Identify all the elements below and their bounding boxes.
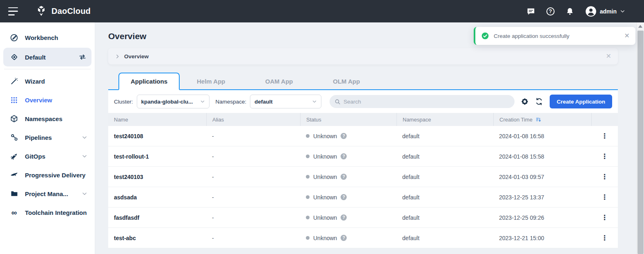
status-help-icon[interactable]: ? [341, 133, 347, 139]
column-header-name: Name [108, 113, 206, 126]
sidebar-item-overview[interactable]: Overview [0, 91, 95, 109]
bird-icon [10, 171, 18, 179]
help-icon[interactable]: ? [546, 7, 555, 16]
app-name[interactable]: test240108 [108, 133, 206, 139]
table-row[interactable]: test-abc - Unknown ? default 2023-12-21 … [108, 228, 618, 248]
applications-panel: Cluster: kpanda-global-clu... Namespace:… [108, 90, 618, 248]
menu-icon[interactable] [8, 7, 20, 15]
status-label: Unknown [313, 235, 337, 241]
chevron-right-icon [115, 54, 120, 59]
sidebar-divider [4, 69, 91, 69]
notifications-bell-icon[interactable] [566, 7, 575, 16]
status-help-icon[interactable]: ? [341, 194, 347, 200]
namespace-select[interactable]: default [250, 95, 321, 108]
toast-close-icon[interactable]: ✕ [624, 33, 630, 39]
sidebar-item-gitops[interactable]: GitOps [0, 147, 95, 166]
messages-icon[interactable] [526, 7, 535, 16]
refresh-icon[interactable] [535, 97, 543, 106]
status-help-icon[interactable]: ? [341, 235, 347, 241]
table-header: Name Alias Status Namespace Creation Tim… [108, 113, 618, 126]
tab-applications[interactable]: Applications [118, 73, 180, 90]
table-row[interactable]: test240103 - Unknown ? default 2024-01-0… [108, 167, 618, 187]
app-creation-time: 2024-01-08 16:58 [493, 133, 591, 139]
tab-helm-app[interactable]: Helm App [185, 73, 237, 89]
status-help-icon[interactable]: ? [341, 153, 347, 159]
sidebar-item-toolchain-integration[interactable]: ∞ Toolchain Integration [0, 203, 95, 222]
cube-icon [10, 115, 18, 123]
column-header-creation-time[interactable]: Creation Time [493, 113, 591, 126]
vertical-scrollbar [636, 22, 644, 254]
app-alias: - [206, 194, 300, 201]
user-menu[interactable]: admin [585, 6, 625, 17]
status-label: Unknown [313, 133, 337, 139]
status-dot [306, 175, 310, 179]
breadcrumb-item-overview[interactable]: Overview [124, 53, 149, 60]
chevron-down-icon [82, 135, 87, 140]
chevron-down-icon [82, 153, 87, 159]
sidebar-item-label: Default [25, 54, 72, 61]
column-header-alias: Alias [206, 113, 300, 126]
workspace-icon [10, 53, 18, 62]
row-actions-kebab-icon[interactable]: ⋮ [601, 213, 608, 222]
app-name[interactable]: test-abc [108, 235, 206, 241]
app-creation-time: 2024-01-08 15:58 [493, 153, 591, 160]
sidebar-item-label: Project Mana... [25, 190, 75, 197]
cluster-select[interactable]: kpanda-global-clu... [137, 95, 209, 108]
chevron-down-icon [82, 191, 87, 197]
sidebar-item-progressive-delivery[interactable]: Progressive Delivery [0, 166, 95, 184]
username-label: admin [600, 8, 617, 15]
cluster-label: Cluster: [114, 99, 133, 105]
app-alias: - [206, 235, 300, 241]
app-name[interactable]: asdsada [108, 194, 206, 201]
table-row[interactable]: test-rollout-1 - Unknown ? default 2024-… [108, 146, 618, 167]
app-namespace: default [397, 214, 493, 221]
app-name[interactable]: test240103 [108, 174, 206, 180]
row-actions-kebab-icon[interactable]: ⋮ [601, 193, 608, 201]
tab-bar: Applications Helm App OAM App OLM App [108, 73, 618, 90]
sidebar-item-pipelines[interactable]: Pipelines [0, 128, 95, 147]
sidebar-item-label: Toolchain Integration [25, 209, 87, 216]
app-alias: - [206, 214, 300, 221]
sidebar-item-workbench[interactable]: Workbench [0, 28, 95, 47]
app-name[interactable]: test-rollout-1 [108, 153, 206, 160]
infinity-icon: ∞ [10, 208, 18, 217]
sidebar-item-label: GitOps [25, 153, 75, 160]
breadcrumb-close-icon[interactable]: ✕ [606, 53, 611, 60]
row-actions-kebab-icon[interactable]: ⋮ [601, 132, 608, 140]
table-row[interactable]: test240108 - Unknown ? default 2024-01-0… [108, 126, 618, 146]
table-row[interactable]: fasdfasdf - Unknown ? default 2023-12-25… [108, 208, 618, 228]
sidebar-item-label: Progressive Delivery [25, 172, 87, 179]
status-help-icon[interactable]: ? [341, 214, 347, 221]
settings-gear-icon[interactable] [521, 97, 529, 106]
scrollbar-up-arrow[interactable] [638, 25, 642, 28]
row-actions-kebab-icon[interactable]: ⋮ [601, 172, 608, 181]
tab-olm-app[interactable]: OLM App [321, 73, 372, 89]
app-namespace: default [397, 174, 493, 180]
status-help-icon[interactable]: ? [341, 174, 347, 180]
switch-workspace-icon[interactable] [78, 53, 87, 61]
row-actions-kebab-icon[interactable]: ⋮ [601, 234, 608, 242]
main-content: Overview Overview ✕ Applications Helm Ap… [95, 22, 644, 254]
search-input[interactable] [343, 99, 510, 105]
table-body: test240108 - Unknown ? default 2024-01-0… [108, 126, 618, 248]
app-namespace: default [397, 153, 493, 160]
scrollbar-thumb[interactable] [637, 31, 644, 254]
status-dot [306, 134, 310, 138]
sidebar-item-default-workspace[interactable]: Default [3, 48, 91, 66]
workbench-icon [10, 33, 18, 42]
toast-message: Create application successfully [494, 33, 569, 39]
create-application-button[interactable]: Create Application [550, 95, 612, 108]
sidebar-item-project-management[interactable]: Project Mana... [0, 184, 95, 203]
app-name[interactable]: fasdfasdf [108, 214, 206, 221]
sidebar-item-label: Workbench [25, 34, 87, 41]
tab-oam-app[interactable]: OAM App [253, 73, 305, 89]
table-row[interactable]: asdsada - Unknown ? default 2023-12-25 1… [108, 187, 618, 208]
sidebar-item-namespaces[interactable]: Namespaces [0, 109, 95, 128]
daocloud-logo-icon [35, 5, 47, 18]
search-icon [334, 99, 341, 105]
status-label: Unknown [313, 153, 337, 160]
row-actions-kebab-icon[interactable]: ⋮ [601, 152, 608, 161]
sidebar-item-wizard[interactable]: Wizard [0, 72, 95, 91]
folder-icon [10, 190, 18, 198]
sort-descending-icon[interactable] [535, 117, 541, 123]
